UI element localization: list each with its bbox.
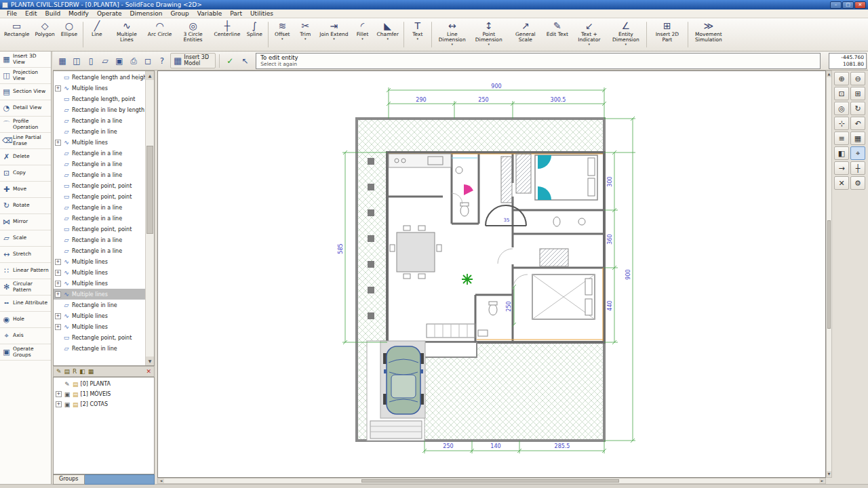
hole[interactable]: ◉ Hole (0, 312, 51, 328)
rotate[interactable]: ↻ Rotate (0, 198, 51, 214)
operation-item[interactable]: ▭ Rectangle point, point (54, 191, 145, 202)
scrollbar-thumb[interactable] (827, 220, 831, 329)
menu-item[interactable]: File (3, 10, 21, 17)
linear-pattern[interactable]: ∷ Linear Pattern (0, 263, 51, 279)
viewport-icon[interactable]: ▦ (56, 54, 69, 68)
expander-icon[interactable] (55, 237, 61, 243)
refresh-icon[interactable]: ↻ (850, 102, 865, 115)
operation-item[interactable]: ▱ Rectangle in line (54, 300, 145, 310)
text-indicator-tool[interactable]: ↙ Text + Indicator ▾ (571, 19, 608, 50)
insert-3d-view[interactable]: ▦ Insert 3D View (0, 52, 51, 68)
arc-circle-tool[interactable]: ◠ Arc Circle (145, 19, 175, 50)
expander-icon[interactable] (55, 194, 61, 200)
insert-2d-part-tool[interactable]: ⊞ Insert 2D Part (649, 19, 686, 50)
group-item[interactable]: + ▣ ▤ [1] MÓVEIS (54, 389, 154, 399)
scrollbar-thumb[interactable] (146, 146, 153, 234)
expander-icon[interactable]: + (55, 281, 61, 287)
three-circle-entities-tool[interactable]: ◎ 3 Circle Entities (174, 19, 211, 50)
detail-view[interactable]: ◔ Detail View (0, 100, 51, 117)
tab-groups[interactable]: Groups (53, 474, 85, 485)
tree-scrollbar[interactable]: ▲ ▼ (145, 71, 154, 365)
menu-item[interactable]: Variable (193, 10, 226, 17)
scroll-down-icon[interactable]: ▼ (146, 357, 154, 365)
open-icon[interactable]: ▱ (98, 54, 112, 68)
centerline-tool[interactable]: ┼ Centerline (211, 19, 243, 50)
sheet-icon[interactable]: ◫ (70, 54, 83, 68)
rectangle-tool[interactable]: ▭ Rectangle (1, 19, 32, 50)
expander-icon[interactable] (55, 216, 61, 222)
expander-icon[interactable] (55, 346, 61, 352)
movement-simulation-tool[interactable]: ≫ Movement Simulation (690, 19, 727, 50)
rename-icon[interactable]: R (73, 368, 77, 375)
scroll-down-icon[interactable]: ▼ (827, 471, 831, 477)
line-attribute[interactable]: ╍ Line Attribute (0, 296, 51, 312)
trim-tool[interactable]: ✂ Trim ▾ (294, 19, 317, 50)
spline-tool[interactable]: ∫ Spline (243, 19, 266, 50)
operation-item[interactable]: ▭ Rectangle point, point (54, 224, 145, 235)
operation-item[interactable]: ▭ Rectangle point, point (54, 332, 145, 343)
expander-icon[interactable]: + (55, 291, 61, 298)
menu-item[interactable]: Edit (21, 10, 41, 17)
edit-text-tool[interactable]: ✎ Edit Text (544, 19, 571, 50)
operation-item[interactable]: ▱ Rectangle in a line (54, 202, 145, 213)
polygon-tool[interactable]: ◇ Polygon (32, 19, 57, 50)
expander-icon[interactable] (55, 129, 61, 135)
operation-item[interactable]: + ∿ Multiple lines (54, 83, 145, 94)
vertical-scrollbar[interactable]: ▲ ▼ (826, 70, 832, 478)
profile-operation[interactable]: ⌒ Profile Operation (0, 117, 51, 133)
circular-pattern[interactable]: ✻ Circular Pattern (0, 279, 51, 296)
menu-item[interactable]: Part (226, 10, 246, 17)
expander-icon[interactable] (56, 381, 62, 387)
scroll-up-icon[interactable]: ▲ (146, 71, 154, 80)
confirm-button[interactable]: ✓ (223, 54, 237, 68)
print-preview-icon[interactable]: ◻ (141, 54, 155, 68)
chamfer-tool[interactable]: ◣ Chamfer ▾ (374, 19, 401, 50)
arrow-mode-icon[interactable]: → (834, 161, 849, 175)
zoom-in-icon[interactable]: ⊕ (834, 72, 849, 85)
operation-item[interactable]: + ∿ Multiple lines (54, 289, 145, 300)
minimize-button[interactable]: – (830, 1, 842, 9)
operation-item[interactable]: + ∿ Multiple lines (54, 267, 145, 278)
expander-icon[interactable] (55, 226, 61, 232)
insert-3d-model-button[interactable]: ▦ Insert 3D Model (170, 53, 216, 68)
zoom-out-icon[interactable]: ⊖ (850, 72, 865, 85)
close-button[interactable]: ✕ (854, 1, 866, 9)
section-view[interactable]: ▤ Section View (0, 84, 51, 100)
save-icon[interactable]: ▣ (113, 54, 126, 68)
operation-item[interactable]: ▱ Rectangle in line by length a (54, 104, 145, 115)
scale[interactable]: ▱ Scale (0, 230, 51, 247)
scroll-left-icon[interactable]: ◄ (158, 479, 164, 483)
scroll-right-icon[interactable]: ► (819, 479, 825, 483)
ellipse-tool[interactable]: ○ Ellipse (58, 19, 81, 50)
operation-item[interactable]: ▱ Rectangle in a line (54, 169, 145, 180)
zoom-window-icon[interactable]: ⊡ (834, 87, 849, 100)
expander-icon[interactable] (55, 96, 61, 102)
toolbar-button[interactable] (403, 22, 404, 47)
scroll-up-icon[interactable]: ▲ (827, 71, 831, 77)
expander-icon[interactable] (55, 183, 61, 189)
stretch[interactable]: ↔ Stretch (0, 247, 51, 263)
expander-icon[interactable] (55, 205, 61, 211)
operation-item[interactable]: ▭ Rectangle length, point (54, 94, 145, 104)
mirror[interactable]: ⋈ Mirror (0, 214, 51, 230)
expander-icon[interactable] (55, 335, 61, 341)
pan-icon[interactable]: ⊹ (834, 117, 849, 130)
operation-item[interactable]: ▱ Rectangle in a line (54, 245, 145, 256)
expander-icon[interactable]: + (55, 85, 61, 92)
edit-pencil-icon[interactable]: ✎ (56, 368, 62, 375)
entity-dimension-tool[interactable]: ∠ Entity Dimension ▾ (608, 19, 644, 50)
menu-item[interactable]: Modify (64, 10, 93, 17)
operation-item[interactable]: ▭ Rectangle length and heigh (54, 72, 145, 83)
operation-item[interactable]: ▱ Rectangle in a line (54, 235, 145, 245)
settings-icon[interactable]: ⚙ (850, 176, 865, 190)
text-tool[interactable]: T Text ▾ (406, 19, 429, 50)
menu-item[interactable]: Utilities (246, 10, 277, 17)
color-icon[interactable]: ◧ (79, 368, 85, 375)
move[interactable]: ✚ Move (0, 182, 51, 198)
line-dimension-tool[interactable]: ↔ Line Dimension ▾ (434, 19, 471, 50)
operation-item[interactable]: + ∿ Multiple lines (54, 310, 145, 321)
operation-item[interactable]: + ∿ Multiple lines (54, 137, 145, 148)
print-icon[interactable]: ⎙ (127, 54, 140, 68)
axis[interactable]: ⌖ Axis (0, 328, 51, 344)
select-cursor-button[interactable]: ↖ (238, 54, 252, 68)
